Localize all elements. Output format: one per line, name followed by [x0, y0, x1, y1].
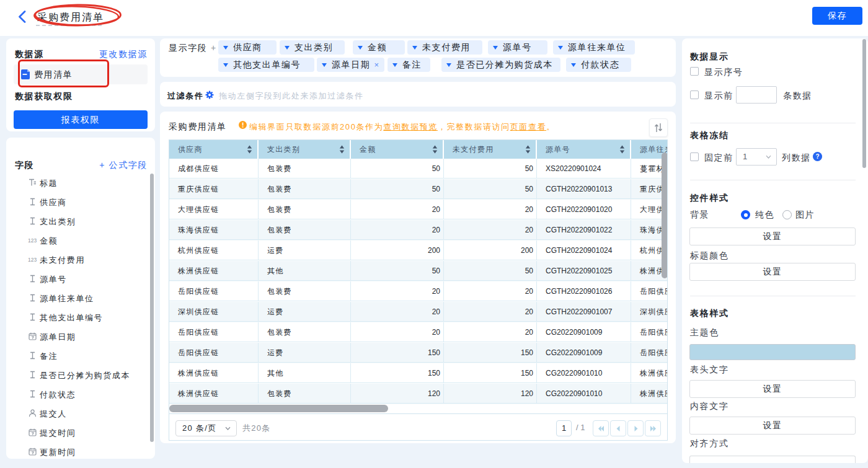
svg-text:?: ? — [815, 153, 819, 160]
svg-text:123: 123 — [28, 257, 37, 263]
svg-text:123: 123 — [28, 237, 37, 244]
